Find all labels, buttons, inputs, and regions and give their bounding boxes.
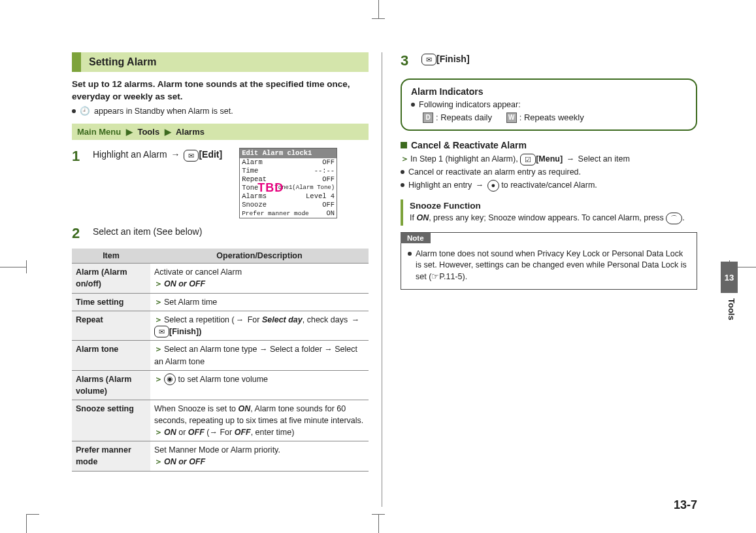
step-2: 2 Select an item (See below) <box>72 225 369 242</box>
repeat-weekly-icon: W <box>506 112 517 123</box>
snooze-title: Snooze Function <box>410 201 697 211</box>
angle-icon: ＞ <box>154 298 164 307</box>
crop-mark <box>372 514 385 515</box>
crop-mark <box>378 0 379 18</box>
table-row: Alarms (Alarm volume) ＞◉ to set Alarm to… <box>72 370 369 400</box>
standby-note: 🕘 appears in Standby when Alarm is set. <box>72 106 369 118</box>
step-1-text-block: Highlight an Alarm → ✉[Edit] <box>93 148 222 162</box>
step-3: 3 ✉[Finish] <box>401 52 697 69</box>
nav-key-icon: ◉ <box>164 373 176 385</box>
angle-icon: ＞ <box>401 154 410 163</box>
menu-l1: Tools <box>137 127 159 137</box>
table-row: Alarm (Alarm on/off) Activate or cancel … <box>72 264 369 293</box>
item-label: Repeat <box>72 311 150 341</box>
right-column: 3 ✉[Finish] Alarm Indicators Following i… <box>398 52 697 507</box>
mail-key-icon: ✉ <box>421 54 436 65</box>
angle-icon: ＞ <box>154 428 164 437</box>
phone-row: AlarmsLevel 4 <box>240 192 337 201</box>
crop-mark <box>26 515 27 533</box>
step-body: ✉[Finish] <box>421 52 697 69</box>
item-desc: ＞◉ to set Alarm tone volume <box>150 370 369 400</box>
arrow-icon: → <box>170 149 182 160</box>
mail-key-icon: ✉ <box>154 326 169 337</box>
bullet-dot <box>408 252 412 256</box>
cancel-reactivate-heading: Cancel & Reactivate Alarm <box>401 140 697 150</box>
snooze-function-block: Snooze Function If ON, press any key; Sn… <box>401 199 697 226</box>
item-label: Prefer manner mode <box>72 441 150 471</box>
mail-key-icon: ✉ <box>184 150 199 162</box>
cancel-body: ＞In Step 1 (highlight an Alarm), ☑[Menu]… <box>401 153 697 192</box>
crop-mark <box>0 267 26 267</box>
arrow-icon: → <box>235 315 246 324</box>
phone-row: Prefer manner modeON <box>240 209 337 218</box>
menu-path: Main Menu ▶ Tools ▶ Alarms <box>72 124 369 140</box>
left-column: Setting Alarm Set up to 12 alarms. Alarm… <box>72 52 382 507</box>
item-label: Alarm tone <box>72 341 150 370</box>
end-key-icon: ⌒ <box>666 213 682 224</box>
table-header-desc: Operation/Description <box>150 249 369 264</box>
note-label: Note <box>401 233 431 243</box>
item-label: Alarms (Alarm volume) <box>72 370 150 400</box>
step-3-action: [Finish] <box>436 54 470 64</box>
crop-mark <box>26 514 39 515</box>
menu-l2: Alarms <box>176 127 205 137</box>
crop-mark <box>378 515 379 533</box>
bullet-dot <box>401 170 404 174</box>
step-number: 2 <box>72 225 86 242</box>
menu-sep-icon: ▶ <box>123 127 135 137</box>
callout-title: Alarm Indicators <box>411 86 687 97</box>
indicator-row: D: Repeats daily W: Repeats weekly <box>411 112 687 124</box>
item-label: Time setting <box>72 293 150 311</box>
angle-icon: ＞ <box>154 345 164 354</box>
angle-icon: ＞ <box>154 315 164 324</box>
cancel-line-1: ＞In Step 1 (highlight an Alarm), ☑[Menu]… <box>401 153 697 165</box>
heading-accent <box>72 52 81 72</box>
phone-screen: Edit Alarm clock1 AlarmOFF Time--:-- Rep… <box>239 148 337 218</box>
item-label: Snooze setting <box>72 400 150 441</box>
square-bullet-icon <box>401 142 407 148</box>
section-heading: Setting Alarm <box>72 52 369 72</box>
crop-mark <box>372 18 385 19</box>
alarm-icon: 🕘 <box>80 106 90 118</box>
page-content: Setting Alarm Set up to 12 alarms. Alarm… <box>72 52 697 507</box>
note-body: Alarm tone does not sound when Privacy K… <box>401 243 697 290</box>
tbd-overlay: TBD <box>257 179 284 197</box>
menu-key-icon: ☑ <box>520 154 536 165</box>
alarm-indicators-callout: Alarm Indicators Following indicators ap… <box>401 78 697 131</box>
note-box: Note Alarm tone does not sound when Priv… <box>401 232 697 290</box>
chapter-label: Tools <box>727 298 736 320</box>
standby-note-text: appears in Standby when Alarm is set. <box>94 106 233 118</box>
step-1-action: [Edit] <box>199 149 222 160</box>
item-label: Alarm (Alarm on/off) <box>72 264 150 293</box>
item-desc: When Snooze is set to ON, Alarm tone sou… <box>150 400 369 441</box>
phone-row: Time--:-- <box>240 167 337 175</box>
table-header-item: Item <box>72 249 150 264</box>
items-table: Item Operation/Description Alarm (Alarm … <box>72 249 369 471</box>
step-1-text: Highlight an Alarm <box>93 149 167 160</box>
table-row: Prefer manner mode Set Manner Mode or Al… <box>72 441 369 471</box>
item-desc: ＞Select an Alarm tone type → Select a fo… <box>150 341 369 370</box>
callout-lead: Following indicators appear: <box>411 99 687 111</box>
crop-mark <box>26 260 27 273</box>
cancel-line-2: Cancel or reactivate an alarm entry as r… <box>401 167 697 179</box>
table-row: Repeat ＞Select a repetition (→ For Selec… <box>72 311 369 341</box>
snooze-body: If ON, press any key; Snooze window appe… <box>410 212 697 224</box>
heading-title: Setting Alarm <box>81 52 369 72</box>
step-number: 1 <box>72 148 86 218</box>
step-body: Highlight an Alarm → ✉[Edit] Edit Alarm … <box>93 148 369 218</box>
bullet-dot <box>411 103 415 107</box>
chapter-tab: 13 <box>721 262 738 293</box>
table-row: Alarm tone ＞Select an Alarm tone type → … <box>72 341 369 370</box>
arrow-icon: → <box>350 315 361 324</box>
intro-text: Set up to 12 alarms. Alarm tone sounds a… <box>72 78 369 103</box>
angle-icon: ＞ <box>154 457 164 466</box>
phone-row: SnoozeOFF <box>240 201 337 209</box>
phone-row: AlarmOFF <box>240 158 337 167</box>
step-2-text: Select an item (See below) <box>93 225 369 242</box>
arrow-icon: → <box>565 154 576 163</box>
phone-screenshot: Edit Alarm clock1 AlarmOFF Time--:-- Rep… <box>231 148 337 218</box>
phone-row: ToneTone1(Alarm Tone) <box>240 184 337 192</box>
menu-root: Main Menu <box>77 127 121 137</box>
item-desc: ＞Set Alarm time <box>150 293 369 311</box>
arrow-icon: → <box>474 181 485 190</box>
